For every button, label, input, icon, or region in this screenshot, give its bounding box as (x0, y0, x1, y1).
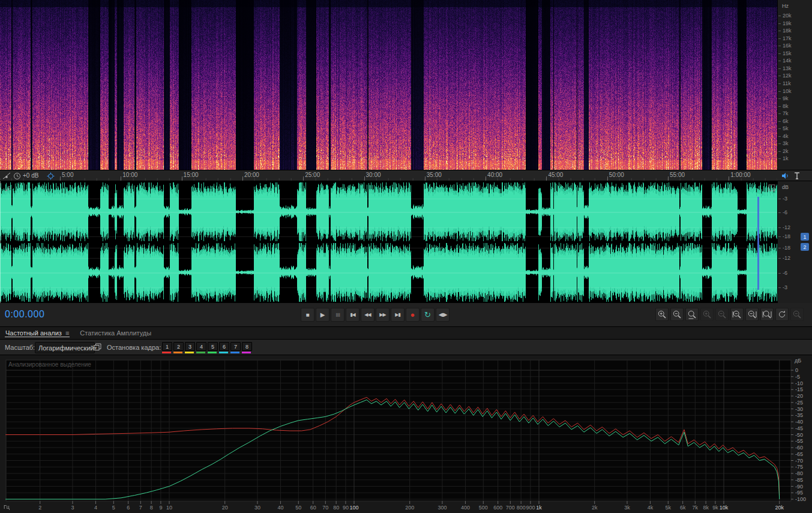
time-tick-label: 10:00 (122, 172, 137, 178)
x-tick-label: 10k (720, 505, 729, 511)
zoom-selection-in-point-button[interactable] (730, 308, 744, 321)
x-tick-label: 200 (405, 505, 414, 511)
zoom-selection-full-button[interactable] (760, 308, 774, 321)
graph-annotation: Анализированное выделение (8, 361, 91, 368)
hold-color-swatch (219, 352, 228, 353)
time-tickmark (182, 176, 182, 181)
y-tick-label: -100 (795, 496, 806, 502)
channel-badge-2[interactable]: 2 (801, 243, 809, 251)
freq-tick-label: 3k (783, 141, 789, 146)
hold-button-number: 2 (173, 342, 184, 351)
transport-buttons: ■▶▮▮▮◀◀◀▶▶▶▮●↻◀▮▶ (301, 308, 450, 322)
hold-button-8[interactable]: 8 (242, 342, 251, 353)
hold-button-2[interactable]: 2 (173, 342, 182, 353)
db-tick-label: -18 (783, 245, 790, 251)
x-tick-label: 500 (479, 505, 488, 511)
x-tick-label: 9 (159, 505, 162, 511)
x-tick-label: 3k (624, 505, 630, 511)
freq-tick-label: 14k (783, 58, 792, 64)
x-tick-label: 900 (526, 505, 535, 511)
amplitude-scale: dB -3-6-12-18-18-12-6-3 12 (777, 181, 812, 303)
panel-menu-icon[interactable]: ≡ (65, 329, 69, 337)
x-tick-label: 9k (712, 505, 718, 511)
fast-forward-button[interactable]: ▶▶ (376, 308, 389, 322)
hold-button-number: 6 (219, 342, 229, 351)
scale-label: Масштаб: (5, 344, 35, 351)
tab-label: Частотный анализ (5, 329, 62, 337)
frame-hold-label: Остановка кадра: (107, 344, 161, 351)
y-axis-title: дБ (795, 358, 801, 364)
x-tick-label: 60 (310, 505, 316, 511)
fast-forward-icon: ▶▶ (379, 312, 385, 318)
speaker-icon[interactable] (780, 171, 790, 181)
y-tick-label: -75 (795, 464, 803, 470)
tab-frequency-analysis[interactable]: Частотный анализ≡ (0, 327, 74, 339)
x-tick-label: 4k (648, 505, 654, 511)
hold-button-7[interactable]: 7 (230, 342, 239, 353)
hold-button-6[interactable]: 6 (219, 342, 228, 353)
zoom-out-amplitude-button[interactable] (715, 308, 729, 321)
stop-button[interactable]: ■ (301, 308, 314, 322)
waveform-display[interactable] (0, 181, 777, 303)
zoom-in-amplitude-button[interactable] (700, 308, 714, 321)
x-tick-label: 20k (775, 505, 784, 511)
tab-amplitude-statistics[interactable]: Статистика Амплитуды (74, 327, 157, 339)
scale-select[interactable]: Логарифмический ▾ (35, 342, 95, 353)
y-tick-label: -90 (795, 484, 803, 490)
y-tick-label: -20 (795, 393, 803, 399)
edit-corner-icon[interactable] (5, 184, 12, 191)
frequency-analysis-graph: 0-5-10-15-20-25-30-35-40-45-50-55-60-65-… (0, 355, 812, 513)
time-tick-label: 35:00 (427, 172, 442, 178)
x-tick-label: 5 (112, 505, 115, 511)
hold-color-swatch (208, 352, 217, 353)
channel-badge-1[interactable]: 1 (801, 233, 809, 241)
loop-playback-button[interactable]: ↻ (421, 308, 435, 322)
y-tick-label: -60 (795, 445, 803, 451)
timeline-ruler[interactable]: +0 dB 5:0010:0015:0020:0025:0030:0035:00… (0, 170, 812, 181)
hold-button-3[interactable]: 3 (185, 342, 194, 353)
zoom-selection-out-point-button[interactable] (745, 308, 759, 321)
skip-selection-button[interactable]: ◀▮▶ (436, 308, 450, 322)
time-tick-label: 25:00 (305, 172, 320, 178)
time-tickmark (425, 176, 426, 181)
zoom-to-selection-button[interactable] (685, 308, 699, 321)
hold-button-1[interactable]: 1 (162, 342, 171, 353)
hold-color-swatch (185, 352, 194, 353)
db-tick-label: -6 (783, 271, 787, 276)
copy-graph-button[interactable] (92, 343, 102, 352)
loop-playback-icon: ↻ (424, 312, 431, 318)
freq-tick-label: 10k (783, 89, 792, 94)
hold-button-5[interactable]: 5 (208, 342, 217, 353)
frequency-scale-title: Hz (782, 3, 789, 9)
freq-tick-label: 9k (783, 96, 789, 101)
freq-tick-label: 11k (783, 81, 791, 86)
skip-to-start-button[interactable]: ▮◀ (346, 308, 359, 322)
time-tickmark (607, 176, 608, 181)
y-tick-label: -50 (795, 432, 803, 438)
play-button[interactable]: ▶ (316, 308, 329, 322)
time-tick-label: 15:00 (184, 172, 199, 178)
scale-select-value: Логарифмический (38, 344, 94, 352)
zoom-buttons (655, 308, 804, 321)
db-tick-label: -3 (783, 285, 787, 290)
hold-color-swatch (162, 352, 171, 353)
time-display[interactable]: 0:00.000 (5, 309, 44, 320)
x-tick-label: 800 (517, 505, 526, 511)
zoom-out-time-button[interactable] (670, 308, 684, 321)
hold-color-swatch (173, 352, 182, 353)
freq-tick-label: 2k (783, 149, 789, 154)
hold-button-4[interactable]: 4 (196, 342, 205, 353)
panel-corner-icon[interactable] (768, 184, 775, 191)
pause-button[interactable]: ▮▮ (331, 308, 344, 322)
spectrogram-display[interactable] (0, 0, 777, 170)
zoom-out-full-button[interactable] (790, 308, 804, 321)
zoom-reset-button[interactable] (775, 308, 789, 321)
zoom-in-time-button[interactable] (655, 308, 669, 321)
record-button[interactable]: ● (406, 308, 420, 322)
x-tick-label: 1k (536, 505, 542, 511)
skip-to-end-button[interactable]: ▶▮ (391, 308, 404, 322)
rewind-button[interactable]: ◀◀ (361, 308, 374, 322)
pause-icon: ▮▮ (335, 312, 340, 318)
x-tick-label: 2 (38, 505, 41, 511)
pin-icon[interactable] (792, 171, 802, 181)
